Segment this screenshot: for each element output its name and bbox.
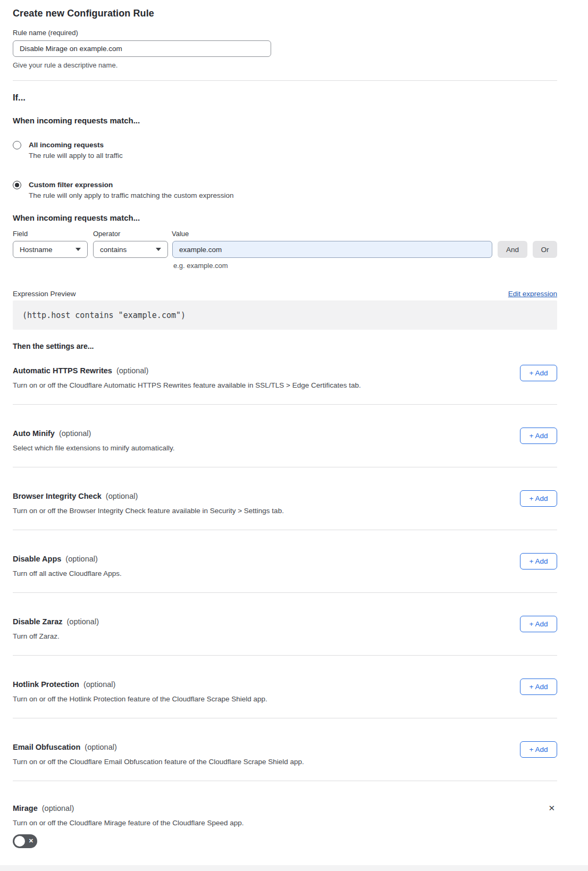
footer-strip (0, 865, 588, 871)
radio-label: Custom filter expression (29, 180, 233, 189)
or-button[interactable]: Or (533, 241, 557, 258)
setting-description: Turn on or off the Cloudflare Mirage fea… (13, 818, 507, 827)
setting-optional-tag: (optional) (42, 804, 74, 813)
add-button-automatic-https-rewrites[interactable]: + Add (520, 365, 557, 381)
setting-description: Turn off all active Cloudflare Apps. (13, 569, 507, 578)
then-settings-heading: Then the settings are... (13, 342, 557, 351)
operator-select-value: contains (100, 246, 127, 254)
setting-disable-apps: Disable Apps (optional) + Add Turn off a… (13, 530, 557, 593)
radio-button-icon[interactable] (13, 141, 21, 149)
add-button-disable-apps[interactable]: + Add (520, 553, 557, 570)
expression-builder-heading: When incoming requests match... (13, 213, 557, 223)
close-icon[interactable]: ✕ (548, 804, 555, 813)
setting-hotlink-protection: Hotlink Protection (optional) + Add Turn… (13, 656, 557, 718)
operator-label: Operator (93, 230, 172, 238)
setting-description: Turn on or off the Browser Integrity Che… (13, 506, 507, 515)
add-button-email-obfuscation[interactable]: + Add (520, 741, 557, 758)
radio-option-all-incoming-requests[interactable]: All incoming requests The rule will appl… (13, 140, 557, 160)
setting-auto-minify: Auto Minify (optional) + Add Select whic… (13, 405, 557, 467)
chevron-down-icon (156, 248, 161, 251)
setting-name: Hotlink Protection (13, 680, 79, 689)
setting-optional-tag: (optional) (116, 366, 148, 375)
field-select-value: Hostname (20, 246, 53, 254)
rule-name-label: Rule name (required) (13, 29, 557, 37)
radio-option-custom-filter-expression[interactable]: Custom filter expression The rule will o… (13, 180, 557, 200)
field-label: Field (13, 230, 93, 238)
and-button[interactable]: And (498, 241, 527, 258)
mirage-toggle[interactable]: ✕ (13, 834, 37, 848)
setting-disable-zaraz: Disable Zaraz (optional) + Add Turn off … (13, 593, 557, 656)
setting-optional-tag: (optional) (106, 492, 138, 500)
if-heading: If... (13, 92, 557, 103)
setting-name: Browser Integrity Check (13, 492, 102, 500)
setting-description: Turn on or off the Hotlink Protection fe… (13, 694, 507, 704)
field-select[interactable]: Hostname (13, 241, 88, 258)
toggle-off-icon: ✕ (29, 838, 33, 844)
page-title: Create new Configuration Rule (13, 7, 557, 19)
expression-code-text: (http.host contains "example.com") (22, 311, 186, 320)
setting-optional-tag: (optional) (85, 743, 116, 751)
add-button-hotlink-protection[interactable]: + Add (520, 679, 557, 695)
radio-button-icon[interactable] (13, 181, 21, 189)
setting-name: Disable Zaraz (13, 617, 63, 626)
add-button-disable-zaraz[interactable]: + Add (520, 616, 557, 632)
setting-name: Email Obfuscation (13, 743, 80, 751)
setting-description: Turn on or off the Cloudflare Automatic … (13, 381, 507, 390)
setting-mirage: Mirage (optional) ✕ Turn on or off the C… (13, 781, 557, 848)
setting-browser-integrity-check: Browser Integrity Check (optional) + Add… (13, 467, 557, 530)
radio-description: The rule will only apply to traffic matc… (29, 191, 233, 200)
setting-automatic-https-rewrites: Automatic HTTPS Rewrites (optional) + Ad… (13, 351, 557, 405)
edit-expression-link[interactable]: Edit expression (508, 290, 557, 298)
setting-optional-tag: (optional) (67, 617, 99, 626)
value-input[interactable] (172, 241, 492, 258)
match-heading: When incoming requests match... (13, 115, 557, 125)
setting-name: Automatic HTTPS Rewrites (13, 366, 112, 375)
expression-preview-code: (http.host contains "example.com") (13, 300, 557, 330)
setting-name: Mirage (13, 804, 38, 813)
create-configuration-rule-form: Create new Configuration Rule Rule name … (0, 0, 557, 848)
setting-optional-tag: (optional) (59, 429, 91, 438)
section-divider (13, 80, 557, 81)
setting-description: Turn off Zaraz. (13, 632, 507, 641)
radio-dot (15, 183, 19, 187)
add-button-browser-integrity-check[interactable]: + Add (520, 490, 557, 507)
toggle-knob (14, 836, 25, 847)
chevron-down-icon (75, 248, 81, 251)
value-hint: e.g. example.com (173, 262, 557, 270)
setting-name: Auto Minify (13, 429, 55, 438)
rule-name-input[interactable] (13, 40, 271, 57)
add-button-auto-minify[interactable]: + Add (520, 428, 557, 444)
setting-optional-tag: (optional) (83, 680, 115, 689)
expression-preview-label: Expression Preview (13, 290, 76, 298)
setting-description: Select which file extensions to minify a… (13, 443, 507, 453)
setting-optional-tag: (optional) (65, 555, 97, 563)
setting-email-obfuscation: Email Obfuscation (optional) + Add Turn … (13, 718, 557, 781)
setting-name: Disable Apps (13, 555, 61, 563)
radio-label: All incoming requests (29, 140, 123, 149)
operator-select[interactable]: contains (93, 241, 168, 258)
setting-description: Turn on or off the Cloudflare Email Obfu… (13, 757, 507, 766)
rule-name-help: Give your rule a descriptive name. (13, 61, 557, 70)
value-label: Value (172, 230, 189, 238)
radio-description: The rule will apply to all traffic (29, 151, 123, 160)
